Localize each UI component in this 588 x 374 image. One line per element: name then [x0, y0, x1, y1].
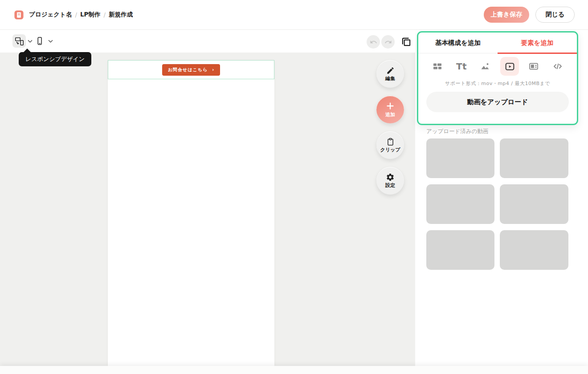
video-thumbnail[interactable] [426, 184, 494, 224]
app-header: プロジェクト名 / LP制作 / 新規作成 上書き保存 閉じる [0, 0, 588, 30]
clip-fab-label: クリップ [380, 146, 400, 153]
upload-video-button[interactable]: 動画をアップロード [426, 92, 569, 112]
clip-fab-button[interactable]: クリップ [376, 131, 404, 159]
chevron-down-icon[interactable] [28, 40, 33, 43]
pencil-icon [386, 66, 395, 75]
breadcrumb-page: 新規作成 [109, 11, 133, 19]
uploaded-videos-label: アップロード済みの動画 [426, 128, 489, 135]
element-icon-row: Tt [418, 53, 577, 79]
undo-button[interactable] [367, 35, 380, 49]
responsive-design-tooltip: レスポンシブデザイン [19, 52, 91, 66]
lp-editor-app: プロジェクト名 / LP制作 / 新規作成 上書き保存 閉じる [0, 0, 588, 374]
breadcrumb-separator: / [103, 11, 106, 18]
close-button[interactable]: 閉じる [535, 7, 575, 23]
mobile-preview-button[interactable] [33, 34, 46, 48]
redo-button[interactable] [381, 35, 395, 49]
tab-add-element[interactable]: 要素を追加 [498, 33, 577, 53]
header-section-block[interactable]: お問合せはこちら › [108, 60, 274, 79]
breadcrumb-separator: / [75, 11, 77, 18]
video-icon[interactable] [500, 57, 519, 76]
video-thumbnail[interactable] [500, 184, 568, 224]
undo-icon [370, 38, 377, 46]
app-logo-icon [14, 10, 24, 20]
cta-label: お問合せはこちら [168, 67, 208, 73]
breadcrumb-project[interactable]: プロジェクト名 [29, 11, 72, 19]
plus-icon [385, 101, 395, 111]
add-element-panel: 基本構成を追加 要素を追加 Tt [417, 31, 578, 125]
add-fab-button[interactable]: 追加 [376, 96, 404, 123]
lp-canvas-page[interactable]: お問合せはこちら › [108, 60, 274, 366]
settings-fab-button[interactable]: 設定 [376, 167, 404, 195]
gear-icon [386, 173, 395, 182]
edit-fab-button[interactable]: 編集 [376, 60, 404, 88]
editor-toolbar [0, 30, 415, 53]
video-thumbnail[interactable] [500, 138, 568, 178]
add-fab-label: 追加 [385, 111, 395, 118]
video-thumbnail[interactable] [426, 230, 494, 270]
text-icon[interactable]: Tt [452, 57, 471, 76]
responsive-design-icon [15, 37, 24, 46]
save-button[interactable]: 上書き保存 [484, 7, 529, 23]
image-icon[interactable] [476, 57, 495, 76]
settings-fab-label: 設定 [385, 182, 395, 189]
embed-icon[interactable] [524, 57, 543, 76]
redo-icon [384, 38, 392, 46]
cta-button[interactable]: お問合せはこちら › [162, 64, 220, 76]
header-actions: 上書き保存 閉じる [484, 7, 575, 23]
clipboard-icon [386, 138, 395, 146]
video-thumbnail[interactable] [500, 230, 568, 270]
chevron-down-icon[interactable] [48, 40, 53, 43]
breadcrumb: プロジェクト名 / LP制作 / 新規作成 [14, 10, 133, 20]
uploaded-videos-grid [426, 138, 568, 270]
code-icon[interactable] [548, 57, 567, 76]
duplicate-view-button[interactable] [400, 36, 412, 48]
panel-tabs: 基本構成を追加 要素を追加 [418, 33, 577, 53]
mobile-icon [35, 37, 44, 45]
breadcrumb-section[interactable]: LP制作 [80, 11, 101, 19]
chevron-right-icon: › [212, 67, 214, 72]
tab-basic-structure[interactable]: 基本構成を追加 [418, 33, 498, 53]
responsive-design-button[interactable] [12, 34, 26, 48]
edit-fab-label: 編集 [385, 75, 395, 82]
supported-formats-text: サポート形式：mov・mp4 / 最大10MBまで [418, 80, 577, 87]
duplicate-icon [400, 36, 412, 48]
bottom-bar [0, 366, 588, 374]
section-layout-icon[interactable] [428, 57, 447, 76]
video-thumbnail[interactable] [426, 138, 494, 178]
right-sidebar: 基本構成を追加 要素を追加 Tt [415, 30, 588, 366]
